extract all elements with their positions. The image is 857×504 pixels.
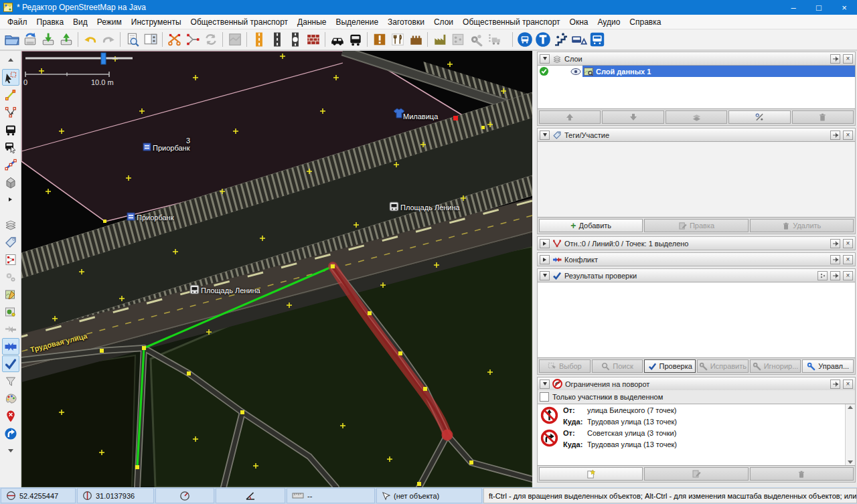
pin-button[interactable] [830, 239, 840, 248]
layer-visibility-eye-icon[interactable] [570, 68, 581, 76]
more-modes-button[interactable] [2, 191, 19, 207]
restriction-item[interactable]: От: Советская улица (3 точки) Куда: Труд… [538, 427, 855, 450]
turn-restriction-button[interactable] [2, 425, 19, 442]
close-button[interactable]: × [832, 0, 857, 15]
validator-filter-button[interactable] [817, 271, 828, 280]
menu-windows[interactable]: Окна [565, 16, 593, 28]
delete-marker-button[interactable] [2, 408, 19, 424]
panel-close-button[interactable]: × [843, 380, 853, 389]
scrollbar[interactable] [845, 404, 855, 465]
edit-restriction-button[interactable] [644, 467, 748, 481]
menu-file[interactable]: Файл [3, 16, 32, 28]
pt-stop-button[interactable] [516, 31, 534, 49]
panel-close-button[interactable]: × [843, 255, 853, 264]
tags-dialog-button[interactable] [2, 234, 19, 250]
collapse-button[interactable] [540, 239, 550, 248]
menu-audio[interactable]: Аудио [593, 16, 625, 28]
layer-merge-button[interactable] [666, 110, 727, 124]
validation-select-button[interactable]: Выбор [539, 359, 591, 373]
stop-position-button[interactable] [286, 31, 304, 49]
factory-button[interactable] [431, 31, 449, 49]
validation-check-button[interactable]: Проверка [644, 359, 696, 373]
open-button[interactable] [3, 31, 21, 49]
improve-way-button[interactable] [2, 104, 19, 120]
collapse-button[interactable] [540, 380, 550, 389]
pin-button[interactable] [830, 54, 840, 64]
download-button[interactable] [39, 31, 57, 49]
menu-layers[interactable]: Слои [429, 16, 458, 28]
menu-data[interactable]: Данные [293, 16, 331, 28]
menu-edit[interactable]: Правка [32, 16, 69, 28]
hazard-button[interactable] [370, 31, 388, 49]
freight-button[interactable] [485, 31, 503, 49]
edit-tag-button[interactable]: Правка [644, 219, 748, 232]
restaurant-button[interactable] [388, 31, 406, 49]
validator-dialog-button[interactable] [2, 355, 19, 372]
car-button[interactable] [328, 31, 346, 49]
menu-help[interactable]: Справка [625, 16, 666, 28]
add-tag-button[interactable]: +Добавить [539, 219, 643, 232]
pin-button[interactable] [830, 131, 840, 140]
castle-button[interactable] [406, 31, 424, 49]
imagery-button[interactable] [226, 31, 244, 49]
road-primary-button[interactable] [250, 31, 268, 49]
select-mode-button[interactable] [2, 69, 19, 86]
menu-selection[interactable]: Выделение [331, 16, 383, 28]
validation-search-button[interactable]: Поиск [592, 359, 643, 373]
menu-public-transport[interactable]: Общественный транспорт [186, 16, 293, 28]
wall-button[interactable] [304, 31, 322, 49]
validation-results-list[interactable] [538, 282, 855, 358]
restriction-item[interactable]: От: улица Билецкого (7 точек) Куда: Труд… [538, 404, 855, 427]
collapse-button[interactable] [540, 54, 550, 64]
draw-way-button[interactable] [2, 86, 19, 103]
scroll-up-arrow-icon[interactable] [848, 406, 853, 409]
scroll-down-button[interactable] [2, 442, 19, 459]
new-restriction-button[interactable] [539, 467, 643, 481]
pt-platform-button[interactable] [534, 31, 552, 49]
stop-select-button[interactable] [2, 139, 19, 155]
menu-view[interactable]: Вид [68, 16, 92, 28]
pt-crossing-button[interactable] [570, 31, 588, 49]
command-stack-button[interactable] [2, 268, 19, 285]
only-selected-checkbox[interactable] [540, 392, 549, 402]
bus-mode-button[interactable] [2, 121, 19, 138]
layer-opacity-button[interactable] [728, 110, 790, 124]
minimize-button[interactable]: – [781, 0, 806, 15]
layers-dialog-button[interactable] [2, 216, 19, 233]
collapse-button[interactable] [540, 255, 550, 264]
changeset-dialog-button[interactable] [2, 286, 19, 303]
platform-way-button[interactable] [2, 156, 19, 173]
road-residential-button[interactable] [268, 31, 286, 49]
save-as-button[interactable] [21, 31, 39, 49]
building-mode-button[interactable] [2, 173, 19, 190]
pin-button[interactable] [830, 255, 840, 264]
split-way-button[interactable] [165, 31, 183, 49]
collapse-button[interactable] [540, 131, 550, 140]
layer-up-button[interactable] [539, 110, 601, 124]
merge-dialog-button[interactable] [2, 338, 19, 355]
pt-terminal-button[interactable] [588, 31, 606, 49]
upload-button[interactable] [57, 31, 75, 49]
panel-close-button[interactable]: × [843, 239, 853, 248]
menu-presets[interactable]: Заготовки [383, 16, 429, 28]
menu-mode[interactable]: Режим [92, 16, 127, 28]
layer-delete-button[interactable] [792, 110, 854, 124]
scroll-up-button[interactable] [2, 52, 19, 68]
map-styles-button[interactable] [2, 390, 19, 407]
refresh-button[interactable] [202, 31, 220, 49]
collapse-button[interactable] [540, 271, 550, 280]
relations-dialog-button[interactable] [2, 251, 19, 268]
menu-tools[interactable]: Инструменты [127, 16, 186, 28]
filter-dialog-button[interactable] [2, 373, 19, 390]
pin-button[interactable] [830, 380, 840, 389]
toggle-dialogs-button[interactable] [141, 31, 159, 49]
conflict-dialog-button[interactable] [2, 321, 19, 337]
menu-public-transport-2[interactable]: Общественный транспорт [458, 16, 565, 28]
delete-restriction-button[interactable] [750, 467, 854, 481]
validation-ignore-button[interactable]: Игнорир... [750, 359, 801, 373]
bus-button[interactable] [346, 31, 364, 49]
panel-close-button[interactable]: × [843, 131, 853, 140]
scroll-down-arrow-icon[interactable] [848, 460, 853, 464]
panel-close-button[interactable]: × [843, 271, 853, 280]
combine-way-button[interactable] [183, 31, 202, 49]
